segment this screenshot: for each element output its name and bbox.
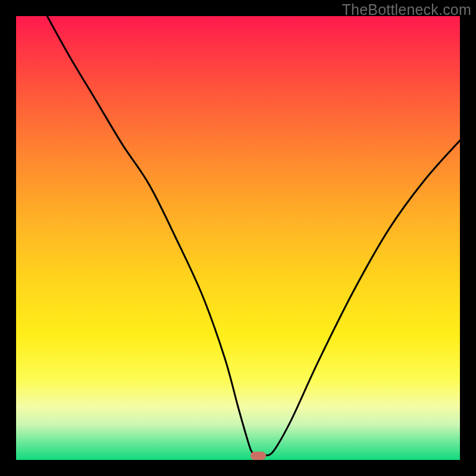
curve-layer xyxy=(16,16,460,460)
optimal-marker xyxy=(250,452,266,460)
bottleneck-curve xyxy=(47,16,460,456)
watermark-text: TheBottleneck.com xyxy=(342,1,471,18)
chart-frame: TheBottleneck.com xyxy=(0,0,476,476)
